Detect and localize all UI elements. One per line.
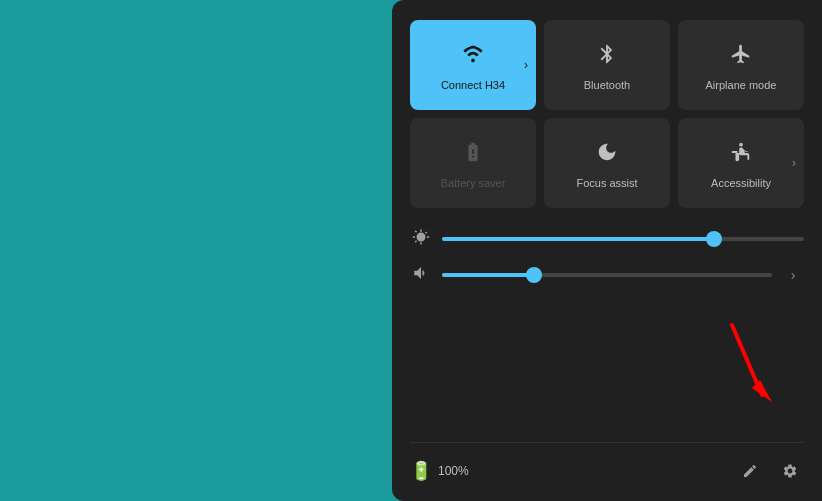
- brightness-icon: [410, 228, 432, 250]
- tile-label-bluetooth: Bluetooth: [584, 79, 630, 91]
- moon-icon: [596, 141, 618, 169]
- accessibility-icon: [730, 141, 752, 169]
- tile-label-accessibility: Accessibility: [711, 177, 771, 189]
- volume-expand-button[interactable]: ›: [782, 264, 804, 286]
- battery-icon: 🔋: [410, 460, 432, 482]
- tile-chevron-connect: ›: [524, 58, 528, 72]
- brightness-slider-row: [410, 228, 804, 250]
- tile-connect-h34[interactable]: › Connect H34: [410, 20, 536, 110]
- tile-chevron-accessibility: ›: [792, 156, 796, 170]
- tile-label-battery: Battery saver: [441, 177, 506, 189]
- quick-tiles-grid: › Connect H34 Bluetooth Airplane mode: [410, 20, 804, 208]
- volume-thumb[interactable]: [526, 267, 542, 283]
- quick-settings-panel: › Connect H34 Bluetooth Airplane mode: [392, 0, 822, 501]
- footer: 🔋 100%: [410, 442, 804, 485]
- svg-point-2: [739, 143, 743, 147]
- footer-actions: [736, 457, 804, 485]
- tile-bluetooth[interactable]: Bluetooth: [544, 20, 670, 110]
- sliders-section: ›: [410, 228, 804, 286]
- brightness-track: [442, 237, 804, 241]
- speaker-icon: [410, 264, 432, 286]
- tile-focus-assist[interactable]: Focus assist: [544, 118, 670, 208]
- tile-battery-saver[interactable]: Battery saver: [410, 118, 536, 208]
- battery-saver-icon: [462, 141, 484, 169]
- battery-percent: 100%: [438, 464, 469, 478]
- brightness-thumb[interactable]: [706, 231, 722, 247]
- edit-button[interactable]: [736, 457, 764, 485]
- wifi-icon: [462, 43, 484, 71]
- tile-label-focus: Focus assist: [576, 177, 637, 189]
- brightness-slider[interactable]: [442, 229, 804, 249]
- tile-airplane-mode[interactable]: Airplane mode: [678, 20, 804, 110]
- tile-label-connect: Connect H34: [441, 79, 505, 91]
- airplane-icon: [730, 43, 752, 71]
- volume-track: [442, 273, 772, 277]
- bluetooth-icon: [596, 43, 618, 71]
- brightness-fill: [442, 237, 714, 241]
- battery-info: 🔋 100%: [410, 460, 736, 482]
- settings-button[interactable]: [776, 457, 804, 485]
- volume-slider-row: ›: [410, 264, 804, 286]
- tile-accessibility[interactable]: › Accessibility: [678, 118, 804, 208]
- volume-slider[interactable]: [442, 265, 772, 285]
- tile-label-airplane: Airplane mode: [706, 79, 777, 91]
- volume-fill: [442, 273, 534, 277]
